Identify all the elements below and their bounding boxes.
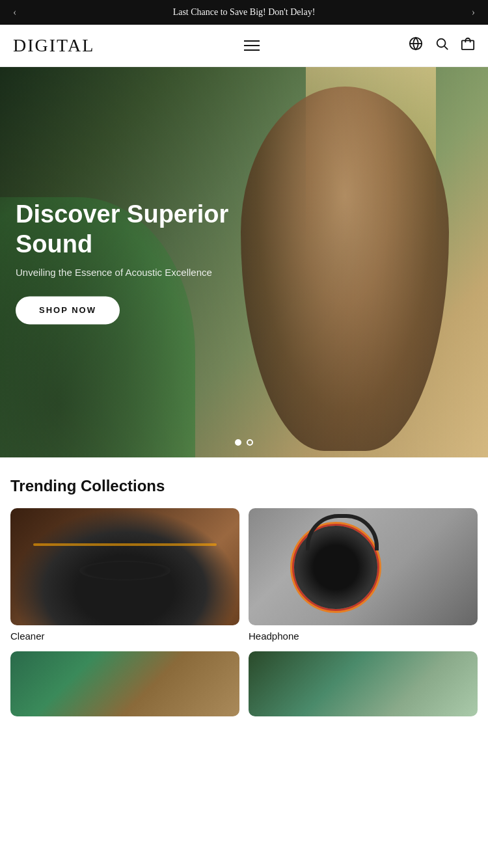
cart-icon[interactable]: [461, 36, 475, 55]
trending-section: Trending Collections Cleaner Headphone: [0, 457, 488, 729]
hero-subtitle: Unveiling the Essence of Acoustic Excell…: [16, 267, 276, 278]
hero-content: Discover Superior Sound Unveiling the Es…: [16, 200, 276, 324]
hero-dot-2[interactable]: [247, 439, 253, 446]
headphone-image-bg: [249, 508, 478, 625]
item3-image-bg: [10, 651, 239, 716]
item4-image-bg: [249, 651, 478, 716]
collection-item-headphone[interactable]: Headphone: [249, 508, 478, 642]
cleaner-image-bg: [10, 508, 239, 625]
hero-dot-1[interactable]: [235, 439, 241, 446]
header-icons: [409, 36, 475, 55]
collection-image-headphone: [249, 508, 478, 625]
logo[interactable]: DIGITAL: [13, 35, 94, 56]
header: DIGITAL: [0, 25, 488, 67]
svg-line-3: [444, 46, 448, 49]
collection-image-3: [10, 651, 239, 716]
collection-item-4[interactable]: [249, 651, 478, 716]
collection-label-headphone: Headphone: [249, 631, 299, 642]
collections-grid: Cleaner Headphone: [10, 508, 478, 716]
collection-item-cleaner[interactable]: Cleaner: [10, 508, 239, 642]
hamburger-menu-icon[interactable]: [244, 40, 260, 51]
language-icon[interactable]: [409, 36, 423, 55]
svg-rect-4: [462, 40, 474, 49]
search-icon[interactable]: [435, 36, 449, 55]
hero-dots: [235, 439, 253, 446]
collection-label-cleaner: Cleaner: [10, 631, 45, 642]
svg-point-2: [437, 39, 446, 47]
trending-title: Trending Collections: [10, 477, 478, 495]
announcement-prev-arrow[interactable]: ‹: [13, 7, 16, 18]
announcement-next-arrow[interactable]: ›: [472, 7, 475, 18]
announcement-text: Last Chance to Save Big! Don't Delay!: [173, 7, 316, 18]
hero-title: Discover Superior Sound: [16, 200, 276, 259]
collection-image-4: [249, 651, 478, 716]
hero-section: Discover Superior Sound Unveiling the Es…: [0, 67, 488, 457]
announcement-bar: ‹ Last Chance to Save Big! Don't Delay! …: [0, 0, 488, 25]
collection-image-cleaner: [10, 508, 239, 625]
shop-now-button[interactable]: SHOP NOW: [16, 297, 120, 325]
collection-item-3[interactable]: [10, 651, 239, 716]
